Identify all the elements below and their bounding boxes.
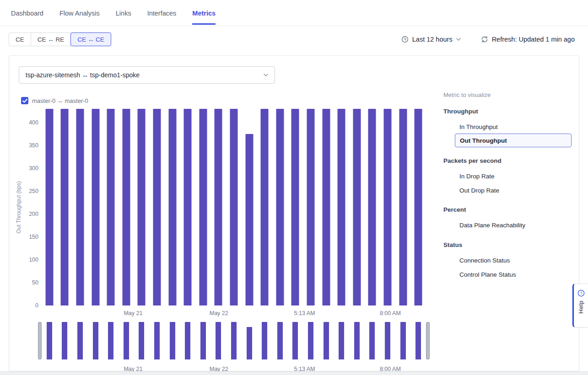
brush-chart[interactable]: [42, 322, 426, 359]
bar: [170, 322, 175, 359]
segment-ce[interactable]: CE: [9, 32, 31, 46]
brush-handle-left[interactable]: [38, 322, 42, 359]
toolbar-right: Last 12 hours Refresh: Updated 1 min ago: [401, 32, 575, 46]
metrics-page: Dashboard Flow Analysis Links Interfaces…: [0, 0, 588, 375]
bar: [308, 322, 313, 359]
bar: [154, 322, 160, 359]
nav-item-interfaces[interactable]: Interfaces: [147, 1, 177, 25]
bar: [292, 322, 298, 359]
y-tick-label: 350: [29, 142, 38, 149]
x-axis-ticks: May 21May 225:13 AM8:00 AM: [42, 310, 426, 317]
bar: [261, 109, 269, 305]
metric-item-in-drop-rate[interactable]: In Drop Rate: [459, 173, 495, 180]
help-question-icon: ?: [577, 289, 585, 297]
y-tick-label: 0: [35, 302, 38, 309]
bar: [385, 322, 390, 359]
nav-item-dashboard[interactable]: Dashboard: [11, 1, 43, 25]
refresh-icon: [481, 36, 488, 43]
bar: [200, 322, 206, 359]
x-tick-label: 8:00 AM: [380, 310, 401, 316]
bar: [76, 109, 84, 305]
series-checkbox[interactable]: [21, 97, 28, 104]
series-toggle-row: master-0 ↔ master-0: [21, 97, 88, 104]
bar: [276, 109, 284, 305]
bar: [62, 322, 67, 359]
segment-ce-re[interactable]: CE ↔ RE: [31, 32, 71, 46]
bar: [168, 109, 176, 305]
bar: [322, 109, 330, 305]
bar: [245, 134, 253, 305]
bar: [247, 327, 252, 360]
bar: [277, 322, 283, 359]
bar: [93, 322, 98, 359]
bar: [231, 322, 237, 359]
metric-group-percent: Percent: [443, 206, 466, 213]
bar: [415, 322, 421, 359]
time-range-dropdown[interactable]: Last 12 hours: [401, 36, 461, 43]
y-tick-label: 250: [29, 188, 38, 194]
bar: [354, 322, 360, 359]
brush-handle-right[interactable]: [426, 322, 430, 359]
metric-group-packets-per-second: Packets per second: [443, 157, 502, 164]
svg-text:?: ?: [580, 291, 582, 295]
bar: [338, 109, 345, 305]
metric-item-out-throughput-label: Out Throughput: [460, 137, 507, 144]
clock-icon: [401, 36, 409, 43]
bar: [122, 109, 130, 305]
bar: [153, 109, 161, 305]
bar: [400, 322, 406, 359]
metric-item-control-plane-status[interactable]: Control Plane Status: [459, 271, 516, 278]
nav-item-links[interactable]: Links: [116, 1, 131, 25]
bar: [215, 109, 222, 305]
topology-segment-control: CE CE ↔ RE CE ↔ CE: [9, 32, 111, 46]
nav-item-metrics[interactable]: Metrics: [192, 1, 216, 25]
metric-item-connection-status[interactable]: Connection Status: [459, 257, 510, 264]
bar: [138, 109, 146, 305]
bar: [353, 109, 361, 305]
bar: [139, 322, 144, 359]
metric-item-data-plane-reachability[interactable]: Data Plane Reachability: [459, 222, 525, 229]
bar: [262, 322, 267, 359]
metric-group-status: Status: [443, 241, 462, 248]
bar: [216, 322, 221, 359]
bar: [47, 322, 52, 359]
time-range-label: Last 12 hours: [412, 36, 453, 43]
bar: [230, 109, 238, 305]
help-tab[interactable]: ? Help: [572, 284, 588, 327]
site-pair-select[interactable]: tsp-azure-sitemesh ↔ tsp-demo1-spoke: [19, 66, 275, 84]
bar: [324, 322, 329, 359]
metric-item-out-drop-rate[interactable]: Out Drop Rate: [459, 187, 499, 194]
y-tick-label: 100: [29, 257, 38, 263]
y-tick-label: 400: [29, 119, 38, 126]
bar: [45, 109, 53, 305]
nav-item-flow-analysis[interactable]: Flow Analysis: [59, 1, 100, 25]
refresh-button[interactable]: Refresh: Updated 1 min ago: [481, 36, 575, 43]
help-tab-label: Help: [577, 300, 584, 314]
chevron-down-icon: [456, 38, 461, 41]
bar: [368, 109, 376, 305]
metric-sidebar-title: Metric to visualize: [443, 91, 491, 98]
y-tick-label: 300: [29, 165, 38, 171]
metrics-card: tsp-azure-sitemesh ↔ tsp-demo1-spoke mas…: [9, 55, 579, 371]
bar: [369, 322, 375, 359]
metric-item-out-throughput[interactable]: Out Throughput: [455, 134, 572, 147]
bar: [415, 109, 422, 305]
top-nav: Dashboard Flow Analysis Links Interfaces…: [0, 0, 588, 26]
bar: [339, 322, 344, 359]
x-tick-label: May 21: [124, 310, 142, 316]
bar: [124, 322, 129, 359]
horizontal-scrollbar-track[interactable]: [0, 371, 588, 375]
bar: [107, 109, 115, 305]
bar: [185, 322, 190, 359]
x-tick-label: 5:13 AM: [294, 310, 315, 316]
y-tick-label: 50: [32, 279, 38, 286]
y-tick-label: 200: [29, 211, 38, 217]
bar: [307, 109, 315, 305]
x-tick-label: May 22: [210, 310, 228, 316]
site-pair-select-value: tsp-azure-sitemesh ↔ tsp-demo1-spoke: [26, 71, 264, 79]
bar: [61, 109, 69, 305]
bar: [184, 109, 192, 305]
segment-ce-ce[interactable]: CE ↔ CE: [70, 32, 111, 46]
metric-item-in-throughput[interactable]: In Throughput: [459, 123, 498, 130]
bar: [199, 109, 207, 305]
